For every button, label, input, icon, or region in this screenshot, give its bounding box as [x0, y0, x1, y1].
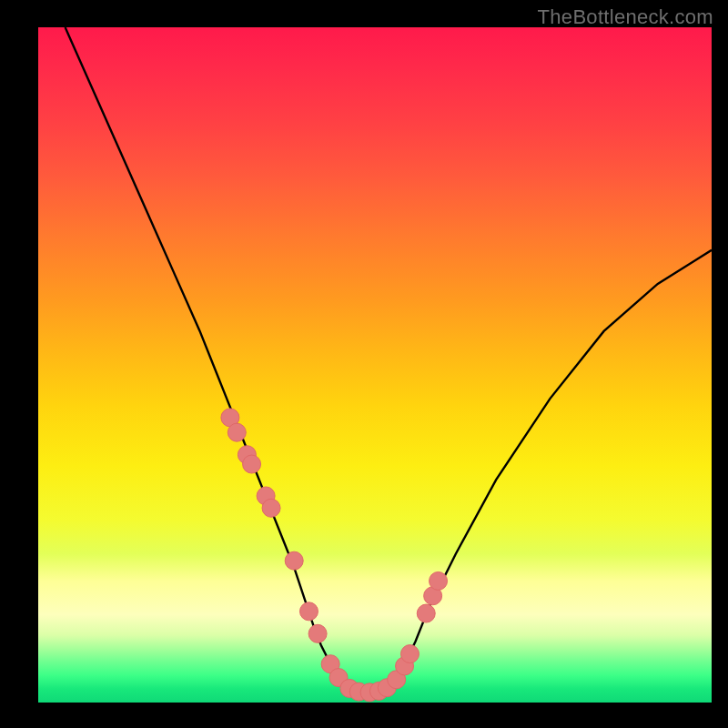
scatter-dot [243, 455, 261, 473]
scatter-dot [417, 604, 435, 622]
curve-overlay [38, 27, 712, 703]
scatter-dot [285, 551, 303, 570]
watermark-text: TheBottleneck.com [538, 5, 713, 29]
scatter-dot [262, 499, 280, 517]
scatter-dot [430, 571, 448, 590]
chart-frame: TheBottleneck.com [0, 0, 728, 728]
scatter-dot [299, 602, 318, 621]
scatter-dots [221, 409, 448, 702]
scatter-dot [308, 624, 327, 642]
plot-area [38, 27, 712, 703]
scatter-dot [400, 645, 419, 663]
bottleneck-curve [66, 27, 712, 693]
scatter-dot [228, 423, 246, 441]
